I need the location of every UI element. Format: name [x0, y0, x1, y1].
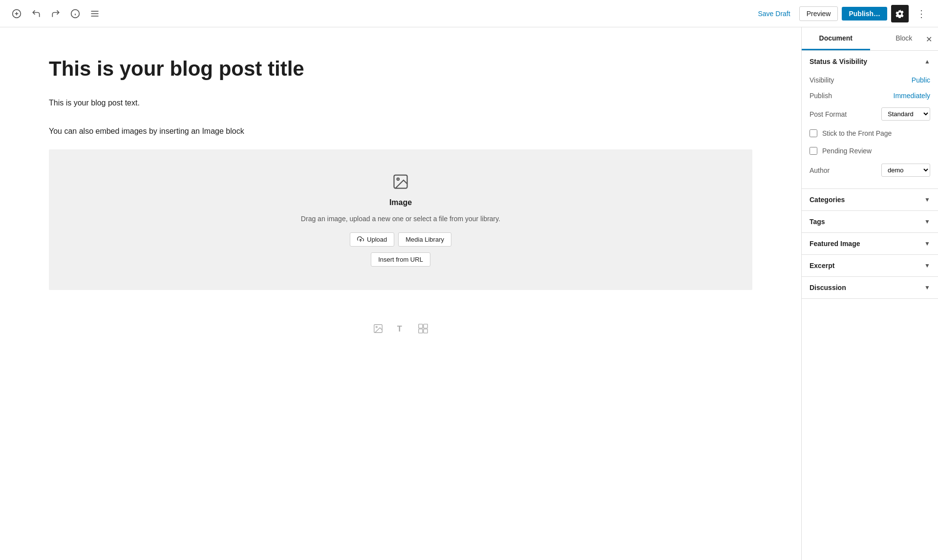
- pending-review-checkbox[interactable]: [810, 147, 817, 155]
- preview-button[interactable]: Preview: [799, 6, 838, 21]
- excerpt-section: Excerpt ▼: [802, 255, 938, 277]
- discussion-header[interactable]: Discussion ▼: [802, 277, 938, 298]
- redo-button[interactable]: [47, 5, 64, 22]
- categories-chevron: ▼: [924, 196, 930, 203]
- pending-review-row: Pending Review: [810, 142, 930, 160]
- publish-row: Publish Immediately: [810, 88, 930, 104]
- stick-to-front-label[interactable]: Stick to the Front Page: [822, 129, 892, 137]
- tags-chevron: ▼: [924, 218, 930, 225]
- image-block-buttons: Upload Media Library: [61, 232, 741, 247]
- author-select[interactable]: demo: [881, 164, 930, 177]
- status-visibility-title: Status & Visibility: [810, 58, 867, 65]
- media-library-label: Media Library: [405, 236, 444, 243]
- publish-label: Publish: [810, 92, 832, 100]
- stick-to-front-row: Stick to the Front Page: [810, 124, 930, 142]
- status-visibility-chevron: ▲: [924, 58, 930, 65]
- toolbar-right: Save Draft Preview Publish… ⋮: [753, 4, 931, 23]
- svg-rect-18: [424, 329, 427, 332]
- sidebar-tabs: Document Block ✕: [802, 27, 938, 51]
- post-format-select[interactable]: Standard Aside Audio Chat Gallery Image …: [881, 107, 930, 121]
- tags-section: Tags ▼: [802, 211, 938, 233]
- gallery-ctrl-button[interactable]: [416, 321, 430, 338]
- close-sidebar-button[interactable]: ✕: [924, 32, 934, 45]
- visibility-label: Visibility: [810, 76, 834, 84]
- tab-document[interactable]: Document: [802, 27, 870, 50]
- more-options-button[interactable]: ⋮: [913, 4, 930, 23]
- categories-header[interactable]: Categories ▼: [802, 189, 938, 210]
- save-draft-button[interactable]: Save Draft: [753, 7, 795, 21]
- toolbar-left: [8, 5, 753, 22]
- excerpt-title: Excerpt: [810, 262, 834, 270]
- main-layout: This is your blog post title This is you…: [0, 27, 938, 560]
- featured-image-chevron: ▼: [924, 240, 930, 247]
- add-block-button[interactable]: [8, 5, 25, 22]
- svg-rect-17: [419, 329, 423, 332]
- image-block-title: Image: [61, 198, 741, 207]
- discussion-section: Discussion ▼: [802, 277, 938, 299]
- image-ctrl-button[interactable]: [371, 321, 385, 338]
- pending-review-label[interactable]: Pending Review: [822, 147, 872, 155]
- categories-title: Categories: [810, 196, 845, 204]
- publish-value[interactable]: Immediately: [894, 92, 930, 100]
- post-format-label: Post Format: [810, 110, 847, 118]
- toolbar: Save Draft Preview Publish… ⋮: [0, 0, 938, 27]
- post-paragraph-1[interactable]: This is your blog post text.: [49, 97, 752, 109]
- settings-button[interactable]: [891, 5, 909, 22]
- sidebar: Document Block ✕ Status & Visibility ▲ V…: [801, 27, 938, 560]
- publish-button[interactable]: Publish…: [842, 7, 887, 21]
- svg-point-10: [397, 178, 400, 180]
- status-visibility-section: Status & Visibility ▲ Visibility Public …: [802, 51, 938, 189]
- info-button[interactable]: [66, 5, 84, 22]
- text-ctrl-button[interactable]: T: [393, 321, 408, 338]
- status-visibility-body: Visibility Public Publish Immediately Po…: [802, 72, 938, 188]
- featured-image-section: Featured Image ▼: [802, 233, 938, 255]
- media-library-button[interactable]: Media Library: [398, 232, 451, 247]
- insert-from-url-button[interactable]: Insert from URL: [371, 252, 430, 267]
- author-row: Author demo: [810, 160, 930, 181]
- stick-to-front-checkbox[interactable]: [810, 129, 817, 137]
- upload-button[interactable]: Upload: [350, 232, 394, 247]
- image-block-icon: [61, 173, 741, 194]
- discussion-chevron: ▼: [924, 284, 930, 291]
- post-title[interactable]: This is your blog post title: [49, 57, 752, 81]
- author-label: Author: [810, 166, 830, 174]
- visibility-value[interactable]: Public: [912, 76, 930, 84]
- svg-rect-16: [424, 324, 427, 328]
- image-block-hint: Drag an image, upload a new one or selec…: [61, 215, 741, 223]
- image-block: Image Drag an image, upload a new one or…: [49, 149, 752, 290]
- post-paragraph-2[interactable]: You can also embed images by inserting a…: [49, 125, 752, 138]
- featured-image-title: Featured Image: [810, 240, 860, 248]
- discussion-title: Discussion: [810, 284, 846, 291]
- svg-rect-15: [419, 324, 423, 328]
- block-controls: T: [49, 313, 752, 346]
- svg-text:T: T: [397, 324, 402, 333]
- status-visibility-header[interactable]: Status & Visibility ▲: [802, 51, 938, 72]
- post-format-row: Post Format Standard Aside Audio Chat Ga…: [810, 104, 930, 124]
- list-view-button[interactable]: [86, 5, 104, 22]
- excerpt-header[interactable]: Excerpt ▼: [802, 255, 938, 276]
- editor-area: This is your blog post title This is you…: [0, 27, 801, 560]
- tags-header[interactable]: Tags ▼: [802, 211, 938, 232]
- insert-url-label: Insert from URL: [378, 256, 423, 263]
- visibility-row: Visibility Public: [810, 72, 930, 88]
- categories-section: Categories ▼: [802, 189, 938, 211]
- featured-image-header[interactable]: Featured Image ▼: [802, 233, 938, 254]
- undo-button[interactable]: [27, 5, 45, 22]
- upload-label: Upload: [367, 236, 387, 243]
- svg-point-13: [376, 326, 377, 328]
- excerpt-chevron: ▼: [924, 262, 930, 269]
- tags-title: Tags: [810, 218, 825, 226]
